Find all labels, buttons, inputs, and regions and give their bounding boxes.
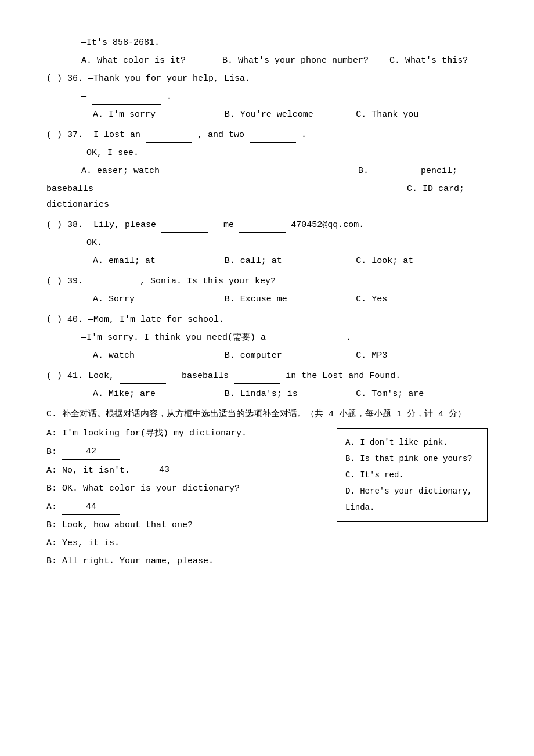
q35-opt-c: C. What's this? [389, 56, 468, 66]
section-c-header: C. 补全对话。根据对话内容，从方框中选出适当的选项补全对话。（共 4 小题，每… [46, 406, 488, 422]
q37-blank2 [250, 142, 296, 143]
question-40: ( ) 40. —Mom, I'm late for school. —I'm … [46, 312, 488, 363]
q37-opt-b-cont: baseballs C. ID card; dictionaries [46, 181, 488, 213]
q39-stem: ( ) 39. , Sonia. Is this your key? [46, 273, 488, 289]
dialog-blank-42: 42 [62, 444, 120, 460]
question-38: ( ) 38. —Lily, please me 470452@qq.com. … [46, 217, 488, 269]
q36-opt-b: B. You're welcome [225, 107, 356, 123]
q36-options: A. I'm sorry B. You're welcome C. Thank … [46, 107, 488, 123]
q38-response: —OK. [46, 235, 488, 251]
q41-opt-a: A. Mike; are [93, 386, 225, 402]
q36-opt-c: C. Thank you [356, 107, 488, 123]
dialog-line-8: B: All right. Your name, please. [46, 553, 488, 569]
q41-opt-c: C. Tom's; are [356, 386, 488, 402]
q40-opt-c: C. MP3 [356, 348, 488, 363]
dialog-blank-43: 43 [135, 462, 193, 478]
phone-answer-text: —It's 858-2681. [81, 38, 160, 48]
dialog-speaker-b3: B: Look, how about that one? [46, 520, 193, 530]
q37-opt-a: A. easer; watch [81, 166, 160, 176]
answer-box: A. I don't like pink. B. Is that pink on… [337, 428, 488, 522]
q36-response: — . [46, 89, 488, 105]
q35-opt-a: A. What color is it? [81, 56, 186, 66]
q37-blank1 [146, 142, 192, 143]
q36-opt-a: A. I'm sorry [93, 107, 225, 123]
q37-options: A. easer; watch B. pencil; [46, 163, 488, 179]
q36-stem: ( ) 36. —Thank you for your help, Lisa. [46, 71, 488, 87]
box-item-b: B. Is that pink one yours? [345, 451, 479, 467]
q40-blank [271, 345, 341, 345]
question-36: ( ) 36. —Thank you for your help, Lisa. … [46, 71, 488, 123]
q38-blank1 [161, 232, 208, 233]
box-item-c: C. It's red. [345, 467, 479, 483]
section-c: C. 补全对话。根据对话内容，从方框中选出适当的选项补全对话。（共 4 小题，每… [46, 406, 488, 571]
q39-opt-c: C. Yes [356, 291, 488, 307]
q38-stem: ( ) 38. —Lily, please me 470452@qq.com. [46, 217, 488, 233]
q38-opt-b: B. call; at [225, 253, 356, 269]
q39-options: A. Sorry B. Excuse me C. Yes [46, 291, 488, 307]
q40-opt-a: A. watch [93, 348, 225, 363]
dialog-speaker-a4: A: Yes, it is. [46, 538, 120, 548]
q41-blank1 [120, 383, 166, 384]
q38-opt-a: A. email; at [93, 253, 225, 269]
q40-opt-b: B. computer [225, 348, 356, 363]
q38-options: A. email; at B. call; at C. look; at [46, 253, 488, 269]
question-39: ( ) 39. , Sonia. Is this your key? A. So… [46, 273, 488, 307]
q39-blank1 [88, 289, 135, 289]
phone-answer-line: —It's 858-2681. [46, 35, 488, 51]
dialog-speaker-b4: B: All right. Your name, please. [46, 556, 214, 566]
question-37: ( ) 37. —I lost an , and two . —OK, I se… [46, 127, 488, 213]
q41-blank2 [234, 383, 280, 384]
q41-opt-b: B. Linda's; is [225, 386, 356, 402]
q38-blank2 [239, 232, 286, 233]
dialog-speaker-a3: A: [46, 502, 57, 512]
q39-opt-a: A. Sorry [93, 291, 225, 307]
dialog-line-7: A: Yes, it is. [46, 535, 488, 551]
dialog-speaker-b1: B: [46, 447, 62, 457]
q40-options: A. watch B. computer C. MP3 [46, 348, 488, 363]
q38-opt-c: C. look; at [356, 253, 488, 269]
q37-stem: ( ) 37. —I lost an , and two . [46, 127, 488, 143]
box-item-d: D. Here's your dictionary, Linda. [345, 483, 479, 516]
section-c-body: A. I don't like pink. B. Is that pink on… [46, 426, 488, 571]
q37-opt-b: B. pencil; [358, 166, 457, 176]
q40-response: —I'm sorry. I think you need(需要) a . [46, 330, 488, 345]
q39-opt-b: B. Excuse me [225, 291, 356, 307]
dialog-speaker-a1: A: I'm looking for(寻找) my dictionary. [46, 429, 247, 438]
dialog-speaker-a2: A: No, it isn't. [46, 466, 130, 476]
q35-options-line: A. What color is it? B. What's your phon… [46, 53, 488, 69]
q41-options: A. Mike; are B. Linda's; is C. Tom's; ar… [46, 386, 488, 402]
box-item-a: A. I don't like pink. [345, 434, 479, 451]
q36-blank [92, 104, 161, 105]
q37-response: —OK, I see. [46, 145, 488, 161]
q35-opt-b: B. What's your phone number? [222, 56, 369, 66]
dialog-speaker-b2: B: OK. What color is your dictionary? [46, 484, 240, 494]
dialog-blank-44: 44 [62, 499, 120, 515]
q40-stem: ( ) 40. —Mom, I'm late for school. [46, 312, 488, 327]
q41-stem: ( ) 41. Look, baseballs in the Lost and … [46, 368, 488, 384]
question-41: ( ) 41. Look, baseballs in the Lost and … [46, 368, 488, 402]
